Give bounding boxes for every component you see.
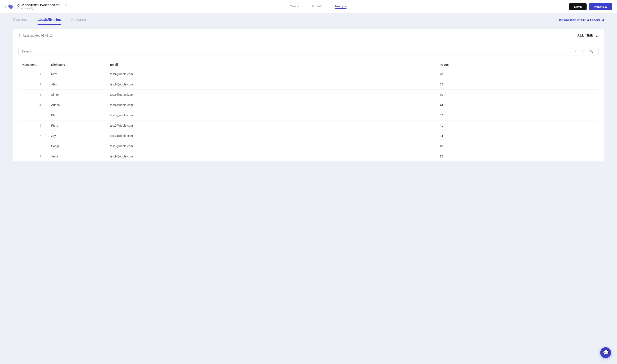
chat-icon: 💬 [603,350,609,355]
cell-placement: 9 [18,151,48,162]
table-row: 9 Anna test9@riddle.com 12 [18,151,599,162]
cell-points: 42 [436,110,599,120]
table-row: 7 Jay test7@riddle.com 34 [18,131,599,141]
cell-email: test2@riddle.com [107,79,436,90]
search-clear-button[interactable]: ✕ [580,49,587,53]
preview-button[interactable]: PREVIEW [589,3,612,10]
cell-nickname: Max [48,69,107,79]
cell-email: test9@riddle.com [107,151,436,162]
cell-placement: 1 [18,69,48,79]
cell-nickname: PM [48,110,107,120]
cell-nickname: Jay [48,131,107,141]
search-bar-container: ↻ ✕ 🔍 [13,42,604,57]
table-container: Placement Nickname Email Points 1 Max te… [13,57,604,161]
table-row: 6 Piers test6@riddle.com 41 [18,120,599,131]
table-row: 5 PM test5@riddle.com 42 [18,110,599,120]
subtitle-text: Leaderboard [17,7,30,10]
col-placement: Placement [18,60,48,69]
page-title: QUIZ CONTEST LEADERBOARD BL... [17,4,64,7]
cell-email: test5@riddle.com [107,110,436,120]
cell-placement: 7 [18,131,48,141]
cell-email: test6@riddle.com [107,120,436,131]
refresh-icon[interactable]: ↻ [18,34,21,38]
cell-nickname: Piers [48,120,107,131]
back-button[interactable]: ‹ [5,3,15,11]
time-label: ALL TIME [577,34,593,37]
search-bar: ↻ ✕ 🔍 [18,47,599,55]
topbar-subtitle: Leaderboard i [17,7,67,10]
col-nickname: Nickname [48,60,107,69]
cell-points: 18 [436,141,599,151]
cell-points: 41 [436,120,599,131]
cell-nickname: Alex [48,79,107,90]
col-points: Points [436,60,599,69]
cell-placement: 3 [18,90,48,100]
cell-email: test4@riddle.com [107,100,436,110]
cell-placement: 2 [18,79,48,90]
cell-email: test3@outlook.com [107,90,436,100]
table-scroll-wrapper[interactable]: Placement Nickname Email Points 1 Max te… [18,60,599,161]
cell-nickname: Pangi [48,141,107,151]
nav-create[interactable]: Create [290,4,299,9]
cell-points: 34 [436,131,599,141]
cell-points: 70 [436,69,599,79]
edit-icon[interactable]: ✎ [65,4,67,7]
cell-points: 69 [436,79,599,90]
cell-points: 44 [436,100,599,110]
chat-bubble-button[interactable]: 💬 [600,347,611,358]
topbar-left: ‹ QUIZ CONTEST LEADERBOARD BL... ✎ Leade… [5,3,67,11]
main-content: ↻ Last updated 09:41:11 ALL TIME ⌄ ↻ ✕ 🔍 [0,25,617,170]
cell-nickname: Ariana [48,100,107,110]
search-submit-button[interactable]: 🔍 [587,49,595,53]
save-button[interactable]: SAVE [569,3,587,10]
tab-audience[interactable]: Audience [71,18,86,25]
col-email: Email [107,60,436,69]
card: ↻ Last updated 09:41:11 ALL TIME ⌄ ↻ ✕ 🔍 [13,29,604,161]
search-actions: ↻ ✕ 🔍 [573,49,595,53]
table-row: 2 Alex test2@riddle.com 69 [18,79,599,90]
topbar: ‹ QUIZ CONTEST LEADERBOARD BL... ✎ Leade… [0,0,617,13]
cell-placement: 4 [18,100,48,110]
time-filter-bar: ↻ Last updated 09:41:11 ALL TIME ⌄ [13,29,604,42]
nav-analyze[interactable]: Analyze [335,4,347,9]
time-selector[interactable]: ALL TIME ⌄ [577,33,599,38]
table-row: 4 Ariana test4@riddle.com 44 [18,100,599,110]
cell-points: 50 [436,90,599,100]
download-stats-button[interactable]: DOWNLOAD STATS & LEADS ⬇ [559,18,604,25]
last-updated: Last updated 09:41:11 [23,34,52,37]
cell-email: test7@riddle.com [107,131,436,141]
leads-table: Placement Nickname Email Points 1 Max te… [18,60,599,161]
cell-nickname: Anna [48,151,107,162]
cell-points: 12 [436,151,599,162]
table-row: 3 Simon test3@outlook.com 50 [18,90,599,100]
topbar-nav: Create Publish Analyze [67,4,569,9]
download-label: DOWNLOAD STATS & LEADS [559,18,600,22]
cell-placement: 8 [18,141,48,151]
download-icon: ⬇ [602,18,605,22]
cell-placement: 5 [18,110,48,120]
tab-leads-entries[interactable]: Leads/Entries [38,18,61,25]
search-input[interactable] [22,50,571,53]
info-icon[interactable]: i [31,7,34,10]
logo-icon [7,3,15,11]
cell-email: test1@riddle.com [107,69,436,79]
cell-nickname: Simon [48,90,107,100]
table-row: 1 Max test1@riddle.com 70 [18,69,599,79]
refresh-group: ↻ Last updated 09:41:11 [18,34,52,38]
table-row: 8 Pangi test8@riddle.com 18 [18,141,599,151]
topbar-actions: SAVE PREVIEW [569,3,612,10]
cell-placement: 6 [18,120,48,131]
table-header: Placement Nickname Email Points [18,60,599,69]
secondary-nav: Overview Leads/Entries Audience DOWNLOAD… [0,13,617,25]
nav-publish[interactable]: Publish [312,4,322,9]
back-chevron-icon: ‹ [5,5,6,8]
table-body: 1 Max test1@riddle.com 70 2 Alex test2@r… [18,69,599,162]
cell-email: test8@riddle.com [107,141,436,151]
tab-overview[interactable]: Overview [13,18,27,25]
chevron-down-icon: ⌄ [595,33,599,38]
tabs: Overview Leads/Entries Audience [13,18,86,25]
search-refresh-button[interactable]: ↻ [573,49,580,53]
title-group: QUIZ CONTEST LEADERBOARD BL... ✎ Leaderb… [17,4,67,10]
